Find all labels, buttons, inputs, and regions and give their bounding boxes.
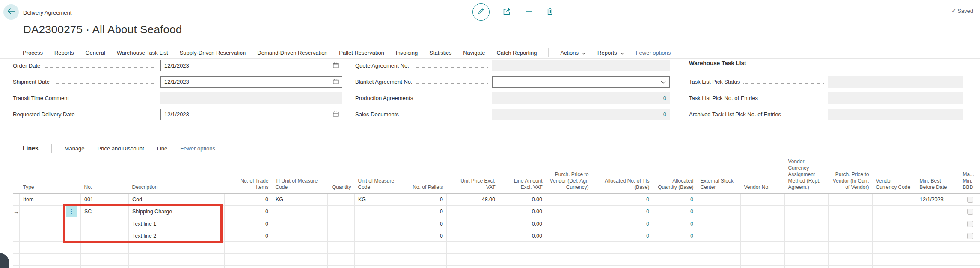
menu-statistics[interactable]: Statistics xyxy=(429,50,451,56)
line-amount-cell[interactable]: 0.00 xyxy=(499,230,546,242)
col-allocated-quantity-base[interactable]: Allocated Quantity (Base) xyxy=(653,153,697,194)
uom-cell[interactable] xyxy=(355,218,398,230)
grid-cell[interactable] xyxy=(62,266,81,268)
pallets-cell[interactable]: 0 xyxy=(398,230,447,242)
description-cell[interactable]: Cod xyxy=(129,194,225,206)
vertical-ellipsis-icon[interactable]: ⋮ xyxy=(66,206,77,217)
row-indicator-cell[interactable] xyxy=(13,194,20,206)
row-menu-cell[interactable]: ⋮ xyxy=(62,206,81,218)
menu-supply-driven-reservation[interactable]: Supply-Driven Reservation xyxy=(180,50,246,56)
reports-menu[interactable]: Reports xyxy=(597,50,624,56)
grid-cell[interactable] xyxy=(225,254,272,266)
menu-warehouse-task-list[interactable]: Warehouse Task List xyxy=(117,50,168,56)
line-amount-cell[interactable]: 0.00 xyxy=(499,194,546,206)
purch-price-del-agr-cell[interactable] xyxy=(546,206,592,218)
alloc-no-of-tis-cell[interactable]: 0 xyxy=(592,206,653,218)
trade-items-cell[interactable]: 0 xyxy=(225,230,272,242)
shipment-date-input[interactable]: 12/1/2023 xyxy=(160,76,342,88)
grid-cell[interactable] xyxy=(697,266,741,268)
grid-cell[interactable] xyxy=(546,242,592,254)
grid-cell[interactable] xyxy=(129,266,225,268)
pallets-cell[interactable]: 0 xyxy=(398,206,447,218)
vendor-no-cell[interactable] xyxy=(741,218,785,230)
delete-button[interactable] xyxy=(546,7,554,17)
alloc-no-of-tis-cell[interactable]: 0 xyxy=(592,194,653,206)
line-amount-cell[interactable]: 0.00 xyxy=(499,206,546,218)
grid-cell[interactable] xyxy=(129,242,225,254)
col-unit-of-measure-code[interactable]: Unit of Measure Code xyxy=(355,153,398,194)
unit-price-cell[interactable] xyxy=(447,218,499,230)
grid-cell[interactable] xyxy=(62,242,81,254)
grid-cell[interactable] xyxy=(653,254,697,266)
vendor-curr-code-cell[interactable] xyxy=(873,206,916,218)
grid-cell[interactable] xyxy=(916,242,960,254)
col-no-of-pallets[interactable]: No. of Pallets xyxy=(398,153,447,194)
production-agreements-drilldown[interactable]: 0 xyxy=(663,95,666,101)
vendor-no-cell[interactable] xyxy=(741,206,785,218)
grid-cell[interactable] xyxy=(81,254,129,266)
col-purch-price-to-vendor-in-curr[interactable]: Purch. Price to Vendor (In Curr. of Vend… xyxy=(829,153,873,194)
grid-cell[interactable] xyxy=(20,242,62,254)
grid-cell[interactable] xyxy=(829,254,873,266)
grid-cell[interactable] xyxy=(785,254,829,266)
grid-cell[interactable] xyxy=(272,254,328,266)
actions-menu[interactable]: Actions xyxy=(560,50,586,56)
grid-cell[interactable] xyxy=(20,266,62,268)
uom-cell[interactable] xyxy=(355,206,398,218)
vendor-curr-method-cell[interactable] xyxy=(785,230,829,242)
type-cell[interactable]: Item xyxy=(20,194,62,206)
grid-cell[interactable] xyxy=(653,242,697,254)
grid-cell[interactable] xyxy=(447,266,499,268)
grid-cell[interactable] xyxy=(499,254,546,266)
grid-cell[interactable] xyxy=(960,254,980,266)
type-cell[interactable] xyxy=(20,218,62,230)
menu-reports[interactable]: Reports xyxy=(54,50,74,56)
row-menu-cell[interactable] xyxy=(62,218,81,230)
alloc-qty-base-cell[interactable]: 0 xyxy=(653,230,697,242)
pallets-cell[interactable]: 0 xyxy=(398,194,447,206)
grid-cell[interactable] xyxy=(13,266,20,268)
grid-cell[interactable] xyxy=(873,254,916,266)
grid-cell[interactable] xyxy=(355,266,398,268)
vendor-curr-code-cell[interactable] xyxy=(873,230,916,242)
fewer-options-ribbon[interactable]: Fewer options xyxy=(636,50,671,56)
grid-cell[interactable] xyxy=(741,254,785,266)
col-no-of-trade-items[interactable]: No. of Trade Items xyxy=(225,153,272,194)
chevron-down-icon[interactable] xyxy=(661,79,666,85)
grid-cell[interactable] xyxy=(873,242,916,254)
type-cell[interactable] xyxy=(20,206,62,218)
grid-cell[interactable] xyxy=(546,266,592,268)
grid-cell[interactable] xyxy=(328,242,355,254)
alloc-qty-base-cell[interactable]: 0 xyxy=(653,206,697,218)
quantity-cell[interactable] xyxy=(328,230,355,242)
row-indicator-cell[interactable] xyxy=(13,230,20,242)
col-type[interactable]: Type xyxy=(20,153,62,194)
grid-cell[interactable] xyxy=(13,254,20,266)
purch-price-in-curr-cell[interactable] xyxy=(829,218,873,230)
col-vendor-no[interactable]: Vendor No. xyxy=(741,153,785,194)
calendar-icon[interactable] xyxy=(333,79,339,85)
menu-invoicing[interactable]: Invoicing xyxy=(396,50,418,56)
max-min-bbd-checkbox[interactable] xyxy=(967,197,973,203)
vendor-curr-method-cell[interactable] xyxy=(785,218,829,230)
col-no[interactable]: No. xyxy=(81,153,129,194)
grid-cell[interactable] xyxy=(741,266,785,268)
grid-cell[interactable] xyxy=(697,254,741,266)
col-purch-price-to-vendor-del-agr[interactable]: Purch. Price to Vendor (Del. Agr. Curren… xyxy=(546,153,592,194)
vendor-no-cell[interactable] xyxy=(741,194,785,206)
active-row-indicator-cell[interactable]: → xyxy=(13,206,20,218)
grid-cell[interactable] xyxy=(960,242,980,254)
min-bbd-cell[interactable] xyxy=(916,218,960,230)
type-cell[interactable] xyxy=(20,230,62,242)
menu-pallet-reservation[interactable]: Pallet Reservation xyxy=(339,50,384,56)
edit-button[interactable] xyxy=(472,3,490,21)
col-line-amount-excl-vat[interactable]: Line Amount Excl. VAT xyxy=(499,153,546,194)
max-min-bbd-checkbox[interactable] xyxy=(967,233,973,239)
description-cell[interactable]: Text line 2 xyxy=(129,230,225,242)
lines-menu-manage[interactable]: Manage xyxy=(65,145,85,152)
alloc-no-of-tis-cell[interactable]: 0 xyxy=(592,230,653,242)
grid-cell[interactable] xyxy=(653,266,697,268)
grid-cell[interactable] xyxy=(129,254,225,266)
line-amount-cell[interactable]: 0.00 xyxy=(499,218,546,230)
share-button[interactable] xyxy=(502,7,512,17)
